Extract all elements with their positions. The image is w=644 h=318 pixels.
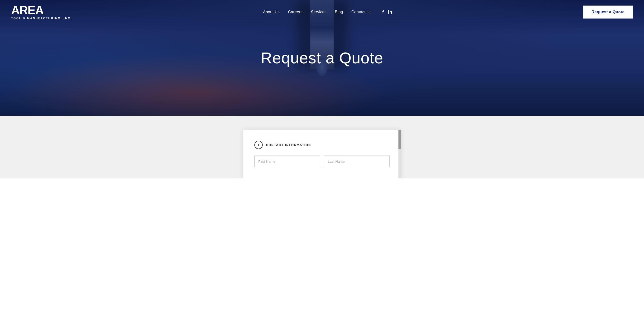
linkedin-icon[interactable]: in [388, 9, 392, 15]
nav-contact[interactable]: Contact Us [352, 10, 372, 14]
section-header: 1 CONTACT INFORMATION [254, 141, 390, 149]
logo-sub: TOOL & MANUFACTURING, INC. [11, 17, 72, 20]
main-nav: About Us Careers Services Blog Contact U… [263, 9, 392, 15]
name-row [254, 156, 390, 167]
hero-content: Request a Quote [260, 49, 383, 67]
hero-title: Request a Quote [260, 49, 383, 67]
nav-about[interactable]: About Us [263, 10, 280, 14]
logo[interactable]: AREA TOOL & MANUFACTURING, INC. [11, 4, 72, 20]
nav-blog[interactable]: Blog [335, 10, 343, 14]
header: AREA TOOL & MANUFACTURING, INC. About Us… [0, 0, 644, 24]
facebook-icon[interactable]: f [382, 9, 384, 15]
form-section: 1 CONTACT INFORMATION [0, 116, 644, 178]
form-card-inner: 1 CONTACT INFORMATION [254, 141, 390, 171]
nav-services[interactable]: Services [311, 10, 327, 14]
request-quote-button[interactable]: Request a Quote [583, 5, 633, 18]
nav-careers[interactable]: Careers [288, 10, 302, 14]
last-name-input[interactable] [324, 156, 390, 167]
step-indicator: 1 [254, 141, 263, 149]
first-name-input[interactable] [254, 156, 320, 167]
social-icons: f in [382, 9, 392, 15]
form-card: 1 CONTACT INFORMATION [243, 130, 401, 178]
contact-info-label: CONTACT INFORMATION [266, 143, 311, 147]
logo-main: AREA [11, 4, 72, 16]
